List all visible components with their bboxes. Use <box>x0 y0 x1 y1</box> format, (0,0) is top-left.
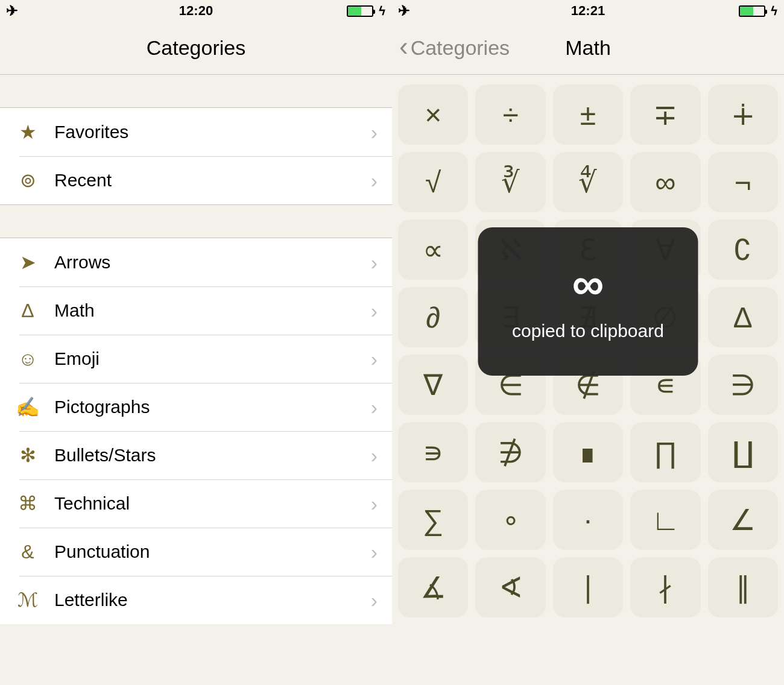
symbol-cell[interactable]: ∛ <box>475 152 545 212</box>
list-row-pictographs[interactable]: ✍Pictographs› <box>0 383 392 431</box>
left-screen: ✈︎ 12:20 ϟ Categories ★Favorites›⊚Recent… <box>0 0 392 685</box>
battery-fill <box>348 7 361 16</box>
chevron-right-icon: › <box>371 444 378 467</box>
symbol-cell[interactable]: ∣ <box>553 557 623 617</box>
pictographs-icon: ✍ <box>13 396 42 418</box>
row-label: Arrows <box>42 252 371 273</box>
symbol-grid-scroll[interactable]: ×÷±∓∔√∛∜∞¬∝ℵℇ∀∁∂∃∄∅∆∇∈∉∊∋∍∌∎∏∐∑∘∙∟∠∡∢∣∤∥ <box>392 75 784 685</box>
chevron-right-icon: › <box>371 299 378 323</box>
status-time: 12:20 <box>78 3 314 19</box>
list-row-bullets-stars[interactable]: ✻Bullets/Stars› <box>0 431 392 479</box>
symbol-cell[interactable]: ∍ <box>398 422 468 482</box>
battery-icon <box>347 5 373 17</box>
favorites-icon: ★ <box>13 121 42 144</box>
list-row-favorites[interactable]: ★Favorites› <box>0 108 392 156</box>
chevron-right-icon: › <box>371 492 378 516</box>
airplane-mode-icon: ✈︎ <box>398 2 410 19</box>
symbol-cell[interactable]: √ <box>398 152 468 212</box>
list-row-emoji[interactable]: ☺Emoji› <box>0 335 392 383</box>
airplane-mode-icon: ✈︎ <box>6 2 18 19</box>
chevron-right-icon: › <box>371 589 378 612</box>
symbol-cell[interactable]: ∠ <box>708 490 778 550</box>
battery-fill <box>740 7 753 16</box>
charging-icon: ϟ <box>770 4 778 18</box>
status-left: ✈︎ <box>398 2 470 19</box>
list-row-punctuation[interactable]: &Punctuation› <box>0 528 392 576</box>
status-time: 12:21 <box>470 3 706 19</box>
symbol-cell[interactable]: ∢ <box>475 557 545 617</box>
symbol-cell[interactable]: ∡ <box>398 557 468 617</box>
symbol-cell[interactable]: × <box>398 84 468 145</box>
punctuation-icon: & <box>13 541 42 563</box>
status-left: ✈︎ <box>6 2 78 19</box>
symbol-cell[interactable]: ∤ <box>630 557 700 617</box>
list-row-letterlike[interactable]: ℳLetterlike› <box>0 576 392 624</box>
arrows-icon: ➤ <box>13 251 42 274</box>
technical-icon: ⌘ <box>13 492 42 515</box>
row-label: Punctuation <box>42 541 371 562</box>
symbol-cell[interactable]: ∋ <box>708 355 778 415</box>
symbol-cell[interactable]: ∘ <box>475 490 545 550</box>
symbol-cell[interactable]: ∝ <box>398 219 468 280</box>
chevron-right-icon: › <box>371 251 378 274</box>
copied-toast: ∞ copied to clipboard <box>478 227 698 376</box>
row-label: Bullets/Stars <box>42 445 371 466</box>
symbol-cell[interactable]: ∐ <box>708 422 778 482</box>
battery-icon <box>739 5 765 17</box>
row-label: Technical <box>42 493 371 514</box>
symbol-cell[interactable]: ¬ <box>708 152 778 212</box>
row-label: Pictographs <box>42 397 371 417</box>
symbol-cell[interactable]: ∇ <box>398 355 468 415</box>
symbol-cell[interactable]: ∑ <box>398 490 468 550</box>
symbol-cell[interactable]: ∁ <box>708 219 778 280</box>
row-label: Letterlike <box>42 590 371 610</box>
list-spacer <box>0 205 392 238</box>
status-right: ϟ <box>314 4 386 18</box>
back-label: Categories <box>411 36 510 60</box>
list-group-categories: ➤Arrows›ΔMath›☺Emoji›✍Pictographs›✻Bulle… <box>0 238 392 624</box>
nav-bar: ‹ Categories Math <box>392 22 784 75</box>
chevron-right-icon: › <box>371 347 378 371</box>
list-row-arrows[interactable]: ➤Arrows› <box>0 238 392 286</box>
status-bar: ✈︎ 12:21 ϟ <box>392 0 784 22</box>
right-screen: ✈︎ 12:21 ϟ ‹ Categories Math ×÷±∓∔√∛∜∞¬∝… <box>392 0 784 685</box>
letterlike-icon: ℳ <box>13 589 42 611</box>
symbol-cell[interactable]: ∌ <box>475 422 545 482</box>
row-label: Favorites <box>42 122 371 142</box>
back-button[interactable]: ‹ Categories <box>392 36 510 60</box>
charging-icon: ϟ <box>378 4 386 18</box>
symbol-cell[interactable]: ∜ <box>553 152 623 212</box>
list-row-math[interactable]: ΔMath› <box>0 286 392 335</box>
symbol-cell[interactable]: ∟ <box>630 490 700 550</box>
symbol-cell[interactable]: ∏ <box>630 422 700 482</box>
emoji-icon: ☺ <box>13 348 42 370</box>
recent-icon: ⊚ <box>13 169 42 192</box>
bullets-stars-icon: ✻ <box>13 444 42 467</box>
chevron-right-icon: › <box>371 169 378 192</box>
symbol-cell[interactable]: ∔ <box>708 84 778 145</box>
symbol-cell[interactable]: ∙ <box>553 490 623 550</box>
chevron-right-icon: › <box>371 540 378 564</box>
symbol-cell[interactable]: ∎ <box>553 422 623 482</box>
symbol-cell[interactable]: ∓ <box>630 84 700 145</box>
symbol-cell[interactable]: ∂ <box>398 287 468 347</box>
toast-message: copied to clipboard <box>512 321 664 341</box>
math-icon: Δ <box>13 300 42 322</box>
list-group-user: ★Favorites›⊚Recent› <box>0 107 392 205</box>
symbol-cell[interactable]: ∥ <box>708 557 778 617</box>
symbol-cell[interactable]: ÷ <box>475 84 545 145</box>
symbol-cell[interactable]: ∞ <box>630 152 700 212</box>
nav-bar: Categories <box>0 22 392 75</box>
symbol-cell[interactable]: ± <box>553 84 623 145</box>
list-row-recent[interactable]: ⊚Recent› <box>0 156 392 204</box>
nav-title: Categories <box>0 36 392 60</box>
row-label: Emoji <box>42 349 371 369</box>
chevron-left-icon: ‹ <box>399 33 408 60</box>
list-row-technical[interactable]: ⌘Technical› <box>0 479 392 528</box>
symbol-cell[interactable]: ∆ <box>708 287 778 347</box>
chevron-right-icon: › <box>371 396 378 419</box>
chevron-right-icon: › <box>371 121 378 144</box>
toast-symbol: ∞ <box>572 262 604 306</box>
row-label: Recent <box>42 170 371 191</box>
status-bar: ✈︎ 12:20 ϟ <box>0 0 392 22</box>
